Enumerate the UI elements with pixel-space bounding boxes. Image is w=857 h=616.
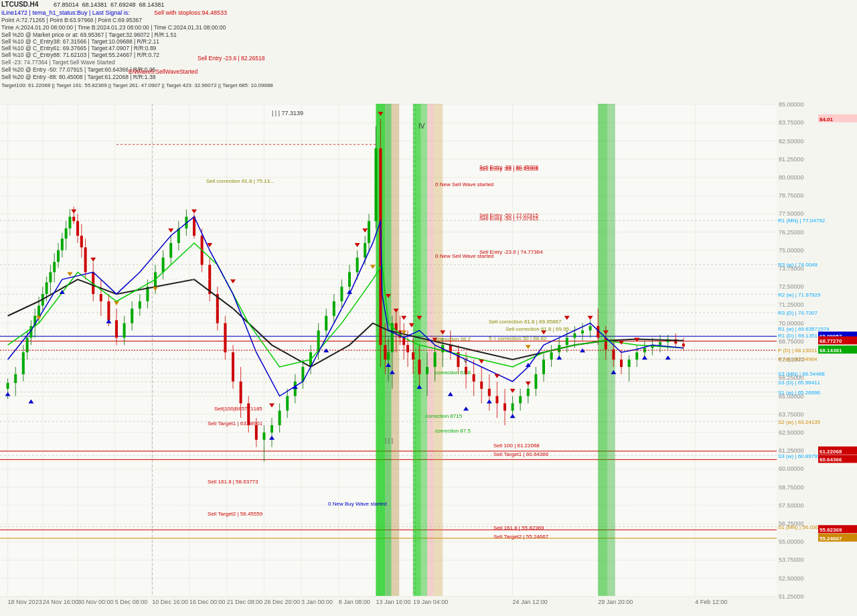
- price-chart[interactable]: [0, 0, 857, 616]
- chart-container: [0, 0, 857, 616]
